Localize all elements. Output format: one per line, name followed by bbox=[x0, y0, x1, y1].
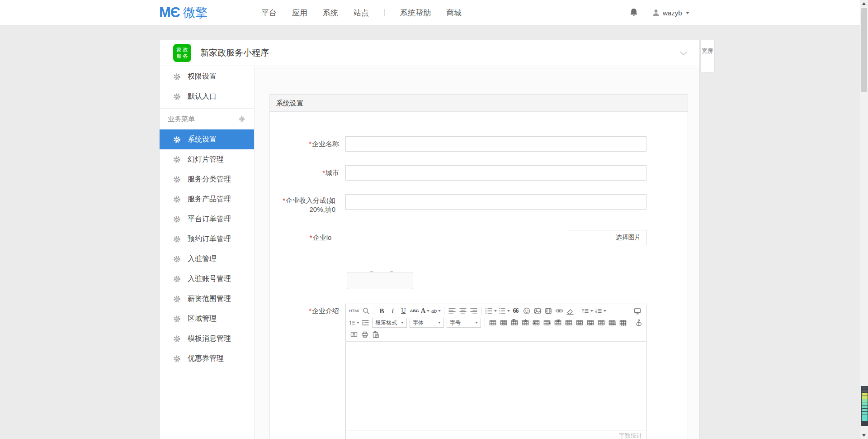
insert-table-button[interactable] bbox=[488, 318, 498, 328]
fullscreen-button[interactable] bbox=[632, 306, 642, 316]
paragraph-spacing-top-button[interactable] bbox=[581, 306, 593, 316]
sidebar-item-coupon-management[interactable]: 优惠券管理 bbox=[160, 348, 254, 368]
text-highlight-button[interactable]: ab bbox=[431, 306, 441, 316]
paste-icon bbox=[372, 330, 380, 339]
gear-icon bbox=[173, 295, 181, 303]
table-title-button[interactable] bbox=[509, 318, 519, 328]
page-scrollbar[interactable] bbox=[860, 0, 868, 439]
scroll-up-arrow-icon[interactable] bbox=[862, 2, 866, 5]
spacing-bottom-icon bbox=[594, 307, 602, 315]
company-name-input[interactable] bbox=[345, 136, 646, 152]
bold-button[interactable]: B bbox=[377, 306, 387, 316]
paragraph-spacing-bottom-button[interactable] bbox=[594, 306, 606, 316]
sidebar-item-system-settings[interactable]: 系统设置 bbox=[160, 129, 254, 149]
insert-row-button[interactable] bbox=[520, 318, 530, 328]
paste-button[interactable] bbox=[371, 329, 381, 339]
paragraph-format-select[interactable]: 段落格式 bbox=[372, 318, 406, 328]
sidebar-item-template-message-management[interactable]: 模板消息管理 bbox=[160, 329, 254, 348]
emoticon-button[interactable] bbox=[522, 306, 532, 316]
split-to-rows-button[interactable] bbox=[607, 318, 617, 328]
merge-cells-button[interactable] bbox=[596, 318, 606, 328]
sidebar-item-platform-order-management[interactable]: 平台订单管理 bbox=[160, 209, 254, 229]
indent-button[interactable] bbox=[360, 318, 370, 328]
table-split-cols-icon bbox=[619, 319, 627, 326]
sidebar-item-permission-settings[interactable]: 权限设置 bbox=[160, 67, 254, 86]
insert-col-before-button[interactable] bbox=[531, 318, 541, 328]
anchor-button[interactable] bbox=[634, 318, 644, 328]
html-source-button[interactable]: HTML bbox=[349, 306, 360, 316]
gear-icon bbox=[173, 215, 181, 223]
align-center-button[interactable] bbox=[458, 306, 468, 316]
map-icon bbox=[350, 330, 358, 339]
caret-down-icon bbox=[401, 322, 404, 324]
baidu-map-button[interactable] bbox=[349, 329, 359, 339]
align-left-button[interactable] bbox=[447, 306, 457, 316]
remove-format-button[interactable] bbox=[565, 306, 575, 316]
nav-site[interactable]: 站点 bbox=[354, 8, 369, 18]
user-icon bbox=[652, 9, 660, 17]
strikethrough-button[interactable]: ABC bbox=[410, 306, 420, 316]
table-merge-cells-icon bbox=[598, 319, 605, 326]
font-size-select[interactable]: 字号 bbox=[447, 318, 481, 328]
panel-title: 系统设置 bbox=[270, 95, 688, 112]
nav-store[interactable]: 商城 bbox=[446, 8, 462, 18]
delete-table-button[interactable] bbox=[499, 318, 509, 328]
sidebar-item-default-entry[interactable]: 默认入口 bbox=[160, 86, 254, 106]
font-family-select[interactable]: 字体 bbox=[410, 318, 444, 328]
line-height-button[interactable] bbox=[349, 318, 359, 328]
nav-apps[interactable]: 应用 bbox=[292, 8, 307, 18]
sidebar-item-slideshow-management[interactable]: 幻灯片管理 bbox=[160, 149, 254, 169]
merge-cell-right-button[interactable] bbox=[575, 318, 585, 328]
browser-extension-widget[interactable] bbox=[861, 386, 868, 426]
insert-image-button[interactable] bbox=[533, 306, 542, 316]
sidebar-item-service-category-management[interactable]: 服务分类管理 bbox=[160, 169, 254, 189]
monitor-icon bbox=[633, 307, 642, 315]
editor-content-area[interactable] bbox=[346, 342, 646, 430]
merge-cell-down-button[interactable] bbox=[585, 318, 595, 328]
link-icon bbox=[555, 307, 563, 315]
sidebar-item-join-account-management[interactable]: 入驻账号管理 bbox=[160, 269, 254, 289]
preview-button[interactable] bbox=[361, 306, 371, 316]
ordered-list-button[interactable] bbox=[485, 306, 497, 316]
nav-platform[interactable]: 平台 bbox=[261, 8, 277, 18]
weengine-logo[interactable]: MЄ 微擎 bbox=[159, 0, 208, 25]
editor-status-bar: 字数统计 bbox=[346, 430, 646, 439]
split-to-cols-button[interactable] bbox=[618, 318, 628, 328]
chevron-down-icon[interactable] bbox=[679, 51, 688, 56]
blockquote-button[interactable]: 66 bbox=[511, 306, 521, 316]
insert-col-after-button[interactable] bbox=[542, 318, 552, 328]
align-right-button[interactable] bbox=[469, 306, 479, 316]
top-menu: 平台 应用 系统 站点 系统帮助 商城 bbox=[261, 0, 462, 25]
scrollbar-thumb[interactable] bbox=[861, 8, 867, 92]
insert-link-button[interactable] bbox=[554, 306, 564, 316]
scroll-down-arrow-icon[interactable] bbox=[862, 434, 866, 437]
company-intro-label: *企业介绍 bbox=[270, 306, 339, 315]
revenue-share-input[interactable] bbox=[345, 194, 646, 210]
widescreen-toggle[interactable]: 宽屏 bbox=[700, 40, 715, 72]
sidebar-item-service-product-management[interactable]: 服务产品管理 bbox=[160, 189, 254, 209]
sidebar-item-merchant-join-management[interactable]: 入驻管理 bbox=[160, 249, 254, 269]
italic-button[interactable]: I bbox=[388, 306, 398, 316]
company-logo-label: *企业logo bbox=[270, 233, 339, 242]
choose-image-button[interactable]: 选择图片 bbox=[610, 230, 646, 245]
delete-row-button[interactable] bbox=[553, 318, 563, 328]
gear-icon[interactable] bbox=[239, 116, 245, 122]
nav-system-help[interactable]: 系统帮助 bbox=[400, 8, 431, 18]
underline-button[interactable]: U bbox=[399, 306, 409, 316]
insert-video-button[interactable] bbox=[543, 306, 553, 316]
merge-cell-button[interactable] bbox=[564, 318, 574, 328]
print-button[interactable] bbox=[360, 329, 370, 339]
font-color-button[interactable]: A bbox=[420, 306, 430, 316]
user-menu[interactable]: wazyb bbox=[652, 9, 689, 17]
table-insert-col-after-icon bbox=[543, 319, 551, 326]
indent-icon bbox=[361, 319, 369, 327]
sidebar-item-salary-range-management[interactable]: 薪资范围管理 bbox=[160, 289, 254, 309]
unordered-list-button[interactable] bbox=[498, 306, 510, 316]
bell-icon[interactable] bbox=[629, 8, 638, 18]
sidebar-item-reservation-order-management[interactable]: 预约订单管理 bbox=[160, 229, 254, 249]
topbar-right: wazyb bbox=[629, 0, 689, 25]
city-input[interactable] bbox=[345, 165, 646, 181]
nav-system[interactable]: 系统 bbox=[323, 8, 338, 18]
sidebar-item-region-management[interactable]: 区域管理 bbox=[160, 309, 254, 329]
gear-icon bbox=[173, 73, 181, 81]
